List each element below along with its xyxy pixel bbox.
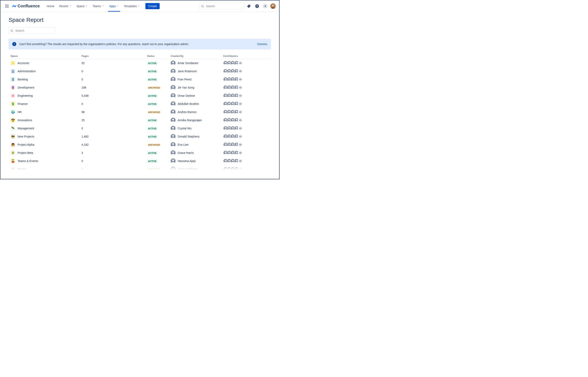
svg-rect-5 xyxy=(6,6,6,6)
nav-item-teams[interactable]: Teams xyxy=(90,3,106,9)
confluence-logo[interactable]: Confluence xyxy=(12,4,40,9)
column-header-pages[interactable]: Pages xyxy=(79,53,145,59)
contributors-overflow[interactable]: +3 xyxy=(238,126,243,131)
svg-point-125 xyxy=(228,143,230,145)
column-header-created-by[interactable]: Created By xyxy=(169,53,221,59)
contributors-cell: +3 xyxy=(223,167,269,170)
svg-point-47 xyxy=(232,78,234,80)
dismiss-button[interactable]: Dismiss xyxy=(257,42,267,46)
contributors-cell: +3 xyxy=(223,159,269,164)
nav-item-space[interactable]: Space xyxy=(74,3,90,9)
pages-cell: 5,438 xyxy=(79,92,145,100)
creator-avatar xyxy=(171,93,176,98)
svg-point-29 xyxy=(236,62,237,63)
svg-point-141 xyxy=(172,160,174,161)
table-row[interactable]: 🌸Engineering5,438ACTIVEOmar Darboe+3 xyxy=(9,92,271,100)
creator-cell: Jane Rotanson xyxy=(171,69,219,74)
contributors-overflow[interactable]: +3 xyxy=(238,134,243,139)
svg-point-37 xyxy=(232,70,234,71)
table-row[interactable]: 🤠Innovations25ACTIVEAnnika Rangarajan+3 xyxy=(9,116,271,124)
space-name: Accounts xyxy=(18,61,29,65)
user-avatar[interactable] xyxy=(270,3,276,9)
contributors-cell: +3 xyxy=(223,142,269,147)
search-icon xyxy=(201,4,204,8)
table-row[interactable]: 🍒Teams & Events0ACTIVEHassana Ajayi+3 xyxy=(9,157,271,165)
nav-item-recent[interactable]: Recent xyxy=(57,3,73,9)
create-button[interactable]: Create xyxy=(145,3,160,9)
svg-point-33 xyxy=(225,70,226,71)
contributors-overflow[interactable]: +3 xyxy=(238,110,243,115)
contributors-overflow[interactable]: +3 xyxy=(238,118,243,123)
contributors-overflow[interactable]: +3 xyxy=(238,150,243,155)
space-name: New Projects xyxy=(18,135,34,138)
contributors-overflow[interactable]: +3 xyxy=(238,61,243,66)
table-row[interactable]: 🌍HR96ARCHIVEDAndres Ramos+3 xyxy=(9,108,271,116)
table-row[interactable]: 🌵Project Beta3ACTIVEGrace Harris+3 xyxy=(9,149,271,157)
nav-item-label: Recent xyxy=(59,4,68,8)
nav-item-home[interactable]: Home xyxy=(45,3,56,9)
contributors-overflow[interactable]: +3 xyxy=(238,77,243,82)
nav-item-apps[interactable]: Apps xyxy=(107,3,121,9)
table-row[interactable]: 💲Finance0ACTIVEAbdullah Ibrahim+3 xyxy=(9,100,271,108)
svg-point-123 xyxy=(225,143,226,145)
contributors-cell: +3 xyxy=(223,101,269,106)
page-search-input[interactable] xyxy=(9,27,55,34)
contributors-cell: +3 xyxy=(223,61,269,66)
table-wrapper: Space Pages Status Created By Contributo… xyxy=(9,53,271,170)
nav-item-templates[interactable]: Templates xyxy=(122,3,142,9)
svg-point-135 xyxy=(228,152,230,153)
svg-point-83 xyxy=(225,111,226,112)
svg-point-67 xyxy=(232,94,234,96)
svg-point-147 xyxy=(232,160,234,161)
pages-cell: 52 xyxy=(79,59,145,67)
svg-point-61 xyxy=(172,94,174,96)
contributors-overflow[interactable]: +3 xyxy=(238,101,243,106)
pages-cell: 1,482 xyxy=(79,132,145,141)
svg-point-65 xyxy=(228,94,230,96)
space-icon: 💲 xyxy=(11,77,15,82)
help-icon[interactable]: ? xyxy=(254,3,260,9)
svg-point-23 xyxy=(225,62,226,63)
global-search-input[interactable] xyxy=(199,3,244,9)
svg-point-63 xyxy=(225,94,226,96)
status-badge: ACTIVE xyxy=(147,127,158,130)
svg-point-121 xyxy=(172,143,174,145)
contributors-overflow[interactable]: +3 xyxy=(238,167,243,170)
table-row[interactable]: 🪶Management0ACTIVECrystal Wu+3 xyxy=(9,124,271,132)
contributors-overflow[interactable]: +3 xyxy=(238,85,243,90)
contributors-overflow[interactable]: +3 xyxy=(238,69,243,74)
table-row[interactable]: 😎New Projects1,482ACTIVEDonald Stephens+… xyxy=(9,132,271,141)
contributors-overflow[interactable]: +3 xyxy=(238,93,243,98)
space-cell: 🌍HR xyxy=(11,110,77,114)
creator-avatar xyxy=(171,126,176,131)
svg-point-157 xyxy=(232,168,234,169)
creator-name: Donald Stephens xyxy=(178,135,199,138)
table-row[interactable]: 🙉Testing7ARCHIVEDJoshua Williams+3 xyxy=(9,165,271,170)
pages-cell: 0 xyxy=(79,157,145,165)
svg-point-15 xyxy=(265,5,266,7)
svg-rect-6 xyxy=(7,6,7,6)
contributors-overflow[interactable]: +3 xyxy=(238,159,243,164)
svg-point-107 xyxy=(232,127,234,129)
notifications-icon[interactable] xyxy=(246,3,252,9)
creator-name: Grace Harris xyxy=(178,151,194,154)
column-header-space[interactable]: Space xyxy=(9,53,79,59)
space-icon: 🍒 xyxy=(11,159,15,163)
creator-name: Jane Rotanson xyxy=(178,70,197,73)
app-switcher-icon[interactable] xyxy=(4,3,10,9)
table-row[interactable]: 🔮Development198ARCHIVEDJie Yan Song+3 xyxy=(9,83,271,92)
table-row[interactable]: ✨Accounts52ACTIVEAmar Sundaram+3 xyxy=(9,59,271,67)
creator-cell: Crystal Wu xyxy=(171,126,219,131)
table-row[interactable]: 👧Project Alpha4,182ARCHIVEDEva Lien+3 xyxy=(9,141,271,149)
settings-icon[interactable] xyxy=(262,3,269,9)
space-name: Banking xyxy=(18,78,28,81)
chevron-down-icon xyxy=(69,4,72,8)
status-badge: ARCHIVED xyxy=(147,111,161,114)
creator-name: Joshua Williams xyxy=(178,167,198,170)
creator-cell: Joshua Williams xyxy=(171,167,219,170)
column-header-contributors[interactable]: Contributors xyxy=(221,53,271,59)
contributors-overflow[interactable]: +3 xyxy=(238,142,243,147)
table-row[interactable]: 🏛️Administration0ACTIVEJane Rotanson+3 xyxy=(9,67,271,75)
table-row[interactable]: 💲Banking0ACTIVEFran Perez+3 xyxy=(9,75,271,83)
column-header-status[interactable]: Status xyxy=(145,53,169,59)
